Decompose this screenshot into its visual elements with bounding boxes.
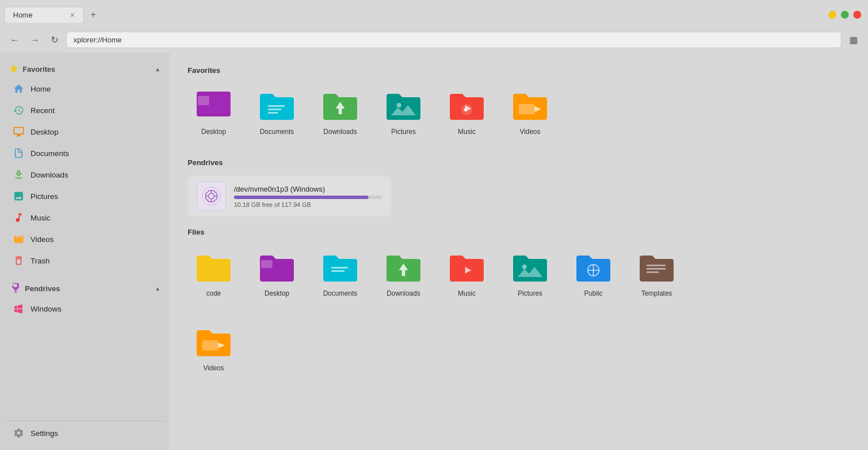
svg-rect-10 (519, 104, 535, 114)
sidebar: ★ Favorites ▲ Home Recent Desktop (0, 53, 170, 450)
downloads-icon (12, 168, 25, 181)
files-section: Files code (188, 228, 850, 378)
files-documents-folder[interactable]: Documents (314, 245, 366, 303)
files-downloads-folder-icon (383, 251, 424, 285)
new-tab-button[interactable]: + (86, 7, 101, 22)
desktop-label: Desktop (31, 128, 59, 136)
svg-rect-29 (646, 271, 659, 273)
svg-point-12 (202, 187, 220, 205)
favorites-videos-folder[interactable]: Videos (504, 84, 556, 141)
pendrives-main-section: Pendrives /dev/nvme0n1p3 (Wind (188, 158, 850, 217)
sidebar-item-videos[interactable]: Videos (3, 229, 166, 249)
sidebar-item-windows[interactable]: Windows (3, 298, 166, 319)
videos-folder-icon (510, 89, 550, 123)
sidebar-item-settings[interactable]: Settings (3, 421, 166, 443)
sidebar-item-desktop[interactable]: Desktop (3, 122, 166, 142)
desktop-icon (12, 126, 25, 138)
favorites-section-title: Favorites (188, 66, 850, 75)
minimize-button[interactable] (828, 11, 836, 19)
favorites-label: Favorites (23, 65, 55, 73)
toolbar: ← → ↻ ▦ (0, 29, 868, 53)
home-label: Home (31, 85, 51, 93)
pendrives-collapse-icon[interactable]: ▲ (155, 285, 160, 292)
pendrive-windows[interactable]: /dev/nvme0n1p3 (Windows) 10.18 GB free o… (188, 176, 391, 217)
files-templates-label: Templates (641, 289, 672, 297)
videos-icon (12, 233, 25, 245)
favorites-folder-grid: Desktop Documents (188, 84, 850, 141)
downloads-label: Downloads (31, 171, 68, 179)
files-code-folder[interactable]: code (188, 245, 240, 303)
pictures-folder-icon (383, 89, 424, 123)
files-public-label: Public (584, 289, 603, 297)
sidebar-item-home[interactable]: Home (3, 79, 166, 99)
trash-icon (12, 254, 25, 267)
files-public-folder[interactable]: Public (567, 245, 619, 303)
svg-rect-30 (202, 340, 218, 351)
traffic-lights (828, 11, 861, 19)
files-music-folder[interactable]: Music (441, 245, 493, 303)
view-toggle-button[interactable]: ▦ (846, 32, 861, 47)
favorites-music-folder[interactable]: Music (441, 84, 493, 141)
documents-icon (12, 147, 25, 159)
sidebar-item-music[interactable]: Music (3, 207, 166, 228)
back-button[interactable]: ← (7, 33, 23, 47)
downloads-folder-icon (320, 89, 361, 123)
music-folder-icon (446, 89, 487, 123)
settings-icon (12, 427, 25, 439)
files-templates-folder[interactable]: Templates (631, 245, 683, 303)
tab-label: Home (13, 11, 33, 19)
files-videos-folder-icon (193, 326, 234, 360)
svg-point-9 (464, 108, 467, 111)
pendrive-bar (234, 196, 368, 199)
star-icon: ★ (9, 63, 18, 75)
favorites-pictures-folder[interactable]: Pictures (377, 84, 429, 141)
trash-label: Trash (31, 257, 50, 265)
files-pictures-folder[interactable]: Pictures (504, 245, 556, 303)
sidebar-item-documents[interactable]: Documents (3, 143, 166, 163)
sidebar-item-trash[interactable]: Trash (3, 250, 166, 271)
files-documents-label: Documents (323, 289, 358, 297)
tab-close-icon[interactable]: ✕ (70, 11, 75, 19)
sidebar-item-recent[interactable]: Recent (3, 100, 166, 120)
files-desktop-label: Desktop (264, 289, 289, 297)
svg-rect-27 (646, 265, 666, 266)
files-desktop-folder[interactable]: Desktop (251, 245, 303, 303)
music-label: Music (31, 214, 50, 222)
favorites-music-label: Music (458, 128, 475, 136)
desktop-folder-icon (193, 89, 234, 123)
files-downloads-folder[interactable]: Downloads (377, 245, 429, 303)
favorites-documents-folder[interactable]: Documents (251, 84, 303, 141)
recent-icon (12, 104, 25, 116)
sidebar-item-downloads[interactable]: Downloads (3, 165, 166, 185)
pendrives-section-header: Pendrives ▲ (0, 279, 170, 297)
favorites-videos-label: Videos (520, 128, 540, 136)
refresh-button[interactable]: ↻ (47, 32, 62, 47)
close-button[interactable] (853, 11, 861, 19)
pictures-icon (12, 190, 25, 202)
svg-point-6 (397, 103, 401, 107)
favorites-desktop-folder[interactable]: Desktop (188, 84, 240, 141)
svg-rect-28 (646, 268, 666, 270)
maximize-button[interactable] (841, 11, 849, 19)
pendrive-windows-icon (197, 181, 226, 211)
sidebar-item-pictures[interactable]: Pictures (3, 186, 166, 206)
pendrive-space: 10.18 GB free of 117.94 GB (234, 201, 382, 208)
files-music-label: Music (458, 289, 475, 297)
address-bar[interactable] (66, 32, 841, 48)
favorites-desktop-label: Desktop (201, 128, 226, 136)
titlebar-left: Home ✕ + (5, 7, 101, 23)
forward-button[interactable]: → (27, 33, 43, 47)
pendrive-info: /dev/nvme0n1p3 (Windows) 10.18 GB free o… (234, 185, 382, 208)
files-folder-grid: code Desktop (188, 245, 850, 303)
favorites-collapse-icon[interactable]: ▲ (155, 66, 160, 72)
pendrives-icon (9, 282, 20, 295)
windows-label: Windows (31, 305, 62, 313)
svg-rect-3 (268, 109, 281, 110)
files-folder-grid-2: Videos (188, 320, 850, 378)
files-videos-folder[interactable]: Videos (188, 320, 240, 378)
favorites-downloads-folder[interactable]: Downloads (314, 84, 366, 141)
code-folder-icon (193, 251, 234, 285)
favorites-documents-label: Documents (260, 128, 294, 136)
home-tab[interactable]: Home ✕ (5, 7, 84, 23)
recent-label: Recent (31, 106, 55, 115)
